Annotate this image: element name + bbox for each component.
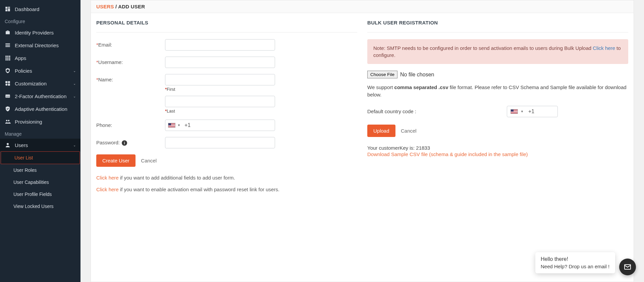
username-label: *Username: [96,57,165,65]
sidebar-sub-user-list[interactable]: User List [1,151,80,164]
sidebar-item-customization[interactable]: Customization ⌄ [0,77,80,90]
chat-fab-button[interactable] [619,259,636,275]
gear-shield-icon [5,68,11,74]
country-code-value: +1 [528,109,534,115]
svg-rect-14 [7,59,9,61]
mail-icon [624,263,632,271]
bulk-heading: BULK USER REGISTRATION [367,20,628,25]
country-code-select[interactable]: ▼ +1 [507,106,558,117]
svg-point-18 [5,84,7,86]
alert-click-here-link[interactable]: Click here [593,45,615,51]
breadcrumb-sep: / [114,4,118,9]
last-name-field[interactable] [165,96,275,107]
divider [367,32,628,32]
svg-rect-9 [9,56,10,57]
chat-line2: Need Help? Drop us an email ! [541,264,610,269]
svg-rect-7 [5,56,7,57]
file-chooser-row: Choose File No file chosen [367,71,628,78]
sidebar-item-label: Dashboard [15,6,39,12]
svg-rect-16 [5,81,7,83]
chevron-down-icon: ▼ [521,110,524,113]
svg-point-23 [8,120,10,122]
first-name-field[interactable] [165,74,275,85]
customer-key-line: Your customerKey is: 21833 [367,145,628,151]
svg-rect-0 [5,7,7,9]
sidebar-item-apps[interactable]: Apps [0,52,80,64]
row-email: *Email: [96,39,357,51]
divider [96,32,357,32]
info-icon[interactable]: i [122,140,127,146]
panel: USERS / ADD USER PERSONAL DETAILS *Email… [91,0,634,282]
sidebar-item-provisioning[interactable]: Provisioning [0,115,80,128]
breadcrumb: USERS / ADD USER [91,0,634,13]
hint2-link[interactable]: Click here [96,187,119,192]
sidebar-item-label: Identity Providers [15,30,54,36]
svg-rect-2 [8,8,10,11]
chevron-down-icon: ⌄ [73,94,76,98]
sidebar-sub-user-capabilities[interactable]: User Capabilities [0,176,80,188]
email-field[interactable] [165,39,275,51]
sidebar-item-users[interactable]: Users ⌄ [0,139,80,151]
svg-rect-15 [9,59,10,61]
upload-button[interactable]: Upload [367,125,395,137]
sidebar-item-2fa[interactable]: 123 2-Factor Authentication ⌄ [0,90,80,102]
sidebar: Dashboard Configure Identity Providers E… [0,0,80,282]
hint1-link[interactable]: Click here [96,175,119,181]
last-name-sublabel: *Last [165,109,275,114]
sidebar-item-label: Policies [15,68,32,74]
svg-rect-10 [5,58,7,59]
briefcase-icon [5,29,11,36]
chevron-down-icon[interactable]: ▼ [177,124,180,127]
phone-field[interactable]: ▼ +1 [165,120,275,131]
svg-rect-13 [5,59,7,61]
chevron-down-icon: ⌄ [73,143,76,147]
flag-us-icon [511,109,518,114]
svg-rect-12 [9,58,10,59]
country-code-label: Default country code : [367,109,416,114]
shield-check-icon [5,106,11,112]
user-icon [5,142,11,148]
svg-rect-17 [8,81,10,83]
svg-rect-19 [8,84,10,86]
chevron-down-icon: ⌄ [73,69,76,73]
cancel-button[interactable]: Cancel [141,158,157,163]
keypad-icon: 123 [5,93,11,99]
sidebar-sub-user-roles[interactable]: User Roles [0,164,80,176]
create-user-button[interactable]: Create User [96,154,136,167]
sidebar-sub-user-profile-fields[interactable]: User Profile Fields [0,188,80,200]
password-label: Password:i [96,137,165,146]
bulk-cancel-button[interactable]: Cancel [401,128,417,134]
password-field[interactable] [165,137,275,148]
breadcrumb-root-link[interactable]: USERS [96,4,114,9]
sidebar-item-identity-providers[interactable]: Identity Providers [0,26,80,39]
file-chosen-text: No file chosen [400,72,434,78]
sidebar-item-label: Provisioning [15,119,42,125]
flag-us-icon [168,123,175,128]
list-icon [5,42,11,48]
customization-icon [5,80,11,86]
row-phone: Phone: ▼ +1 [96,120,357,131]
username-field[interactable] [165,57,275,68]
sidebar-item-adaptive-auth[interactable]: Adaptive Authentication [0,102,80,115]
svg-point-22 [6,120,8,122]
row-username: *Username: [96,57,357,68]
sidebar-item-dashboard[interactable]: Dashboard [0,3,80,15]
email-label: *Email: [96,39,165,48]
name-label: *Name: [96,74,165,82]
hint-activation-email: Click here if you want to enable activat… [96,187,357,192]
sidebar-item-policies[interactable]: Policies ⌄ [0,64,80,77]
download-sample-link[interactable]: Download Sample CSV file (schema & guide… [367,151,528,157]
sidebar-section-manage: Manage [0,128,80,139]
breadcrumb-current: ADD USER [118,4,145,9]
customer-key-value: 21833 [416,145,430,151]
svg-rect-4 [5,44,10,44]
bulk-actions: Upload Cancel [367,125,628,137]
sidebar-sub-view-locked-users[interactable]: View Locked Users [0,200,80,212]
personal-actions: Create User Cancel [96,154,357,167]
sidebar-item-external-directories[interactable]: External Directories [0,39,80,52]
sidebar-item-label: 2-Factor Authentication [15,93,66,99]
svg-text:123: 123 [6,95,10,97]
hint-additional-fields: Click here if you want to add additional… [96,175,357,181]
choose-file-button[interactable]: Choose File [367,71,397,78]
first-name-sublabel: *First [165,87,275,92]
